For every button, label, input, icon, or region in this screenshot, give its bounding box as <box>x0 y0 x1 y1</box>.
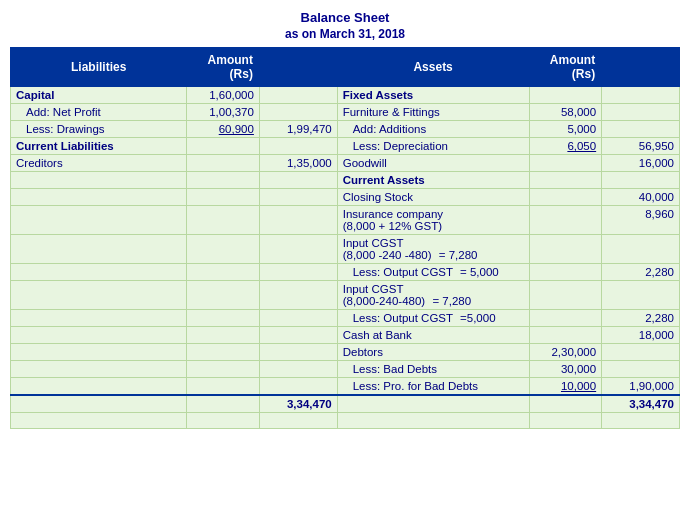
goodwill-label: Goodwill <box>337 155 529 172</box>
table-row: Current Liabilities Less: Depreciation 6… <box>11 138 680 155</box>
goodwill-total: 16,000 <box>602 155 680 172</box>
capital-total: 1,99,470 <box>259 121 337 138</box>
liab-blank-21 <box>11 281 187 310</box>
page-subtitle: as on March 31, 2018 <box>10 27 680 41</box>
liab-empty2 <box>187 413 260 429</box>
output-cgst-text2: Less: Output CGST <box>353 312 453 324</box>
provision-label: Less: Pro. for Bad Debts <box>337 378 529 396</box>
liab-blank-7 <box>187 172 260 189</box>
asset-blank-14 <box>602 281 680 310</box>
header-assets: Assets <box>337 48 529 87</box>
grand-total-row: 3,34,470 3,34,470 <box>11 395 680 413</box>
asset-blank-total <box>337 395 529 413</box>
asset-blank-1 <box>529 87 602 104</box>
liab-blank-31 <box>187 344 260 361</box>
liab-blank-total2 <box>187 395 260 413</box>
liab-blank-29 <box>259 327 337 344</box>
depreciation-value: 6,050 <box>529 138 602 155</box>
asset-blank-9 <box>529 206 602 235</box>
liab-blank-2 <box>259 104 337 121</box>
liab-blank-15 <box>11 235 187 264</box>
header-amount-asset: Amount(Rs) <box>529 48 602 87</box>
debtors-label: Debtors <box>337 344 529 361</box>
liab-blank-36 <box>11 378 187 396</box>
asset-blank-6 <box>529 172 602 189</box>
liab-blank-22 <box>187 281 260 310</box>
table-row: Add: Net Profit 1,00,370 Furniture & Fit… <box>11 104 680 121</box>
liab-blank-10 <box>187 189 260 206</box>
output-cgst-label2: Less: Output CGST =5,000 <box>337 310 529 327</box>
table-row: Capital 1,60,000 Fixed Assets <box>11 87 680 104</box>
capital-label: Capital <box>11 87 187 104</box>
liab-blank-6 <box>11 172 187 189</box>
liab-empty <box>11 413 187 429</box>
asset-blank-10 <box>529 235 602 264</box>
input-cgst-text2: Input CGST <box>343 283 404 295</box>
table-row: Less: Bad Debts 30,000 <box>11 361 680 378</box>
table-row: Less: Pro. for Bad Debts 10,000 1,90,000 <box>11 378 680 396</box>
input-cgst-text1: Input CGST <box>343 237 404 249</box>
insurance-sub-text: (8,000 + 12% GST) <box>343 220 442 232</box>
liab-blank-38 <box>259 378 337 396</box>
drawings-value: 60,900 <box>187 121 260 138</box>
liab-blank-18 <box>11 264 187 281</box>
liab-blank-5 <box>187 155 260 172</box>
asset-blank-2 <box>602 87 680 104</box>
closing-stock-total: 40,000 <box>602 189 680 206</box>
liab-blank-23 <box>259 281 337 310</box>
liab-blank-27 <box>11 327 187 344</box>
liab-blank-17 <box>259 235 337 264</box>
insurance-label: Insurance company (8,000 + 12% GST) <box>337 206 529 235</box>
creditors-label: Creditors <box>11 155 187 172</box>
furniture-label: Furniture & Fittings <box>337 104 529 121</box>
input-cgst-label1: Input CGST (8,000 -240 -480) = 7,280 <box>337 235 529 264</box>
liab-blank-8 <box>259 172 337 189</box>
liab-blank-9 <box>11 189 187 206</box>
header-liabilities: Liabilities <box>11 48 187 87</box>
liab-blank-4 <box>259 138 337 155</box>
header-amount-liab: Amount(Rs) <box>187 48 260 87</box>
asset-blank-5 <box>529 155 602 172</box>
empty-row <box>11 413 680 429</box>
furniture-value: 58,000 <box>529 104 602 121</box>
liab-blank-24 <box>11 310 187 327</box>
liab-grand-total: 3,34,470 <box>259 395 337 413</box>
asset-blank-3 <box>602 104 680 121</box>
table-row: Creditors 1,35,000 Goodwill 16,000 <box>11 155 680 172</box>
table-row: Input CGST (8,000 -240 -480) = 7,280 <box>11 235 680 264</box>
drawings-label: Less: Drawings <box>11 121 187 138</box>
liab-blank-33 <box>11 361 187 378</box>
fixed-assets-label: Fixed Assets <box>337 87 529 104</box>
cash-label: Cash at Bank <box>337 327 529 344</box>
asset-blank-8 <box>529 189 602 206</box>
input-cgst-eq1: = 7,280 <box>439 249 478 261</box>
liab-empty3 <box>259 413 337 429</box>
closing-stock-label: Closing Stock <box>337 189 529 206</box>
output-cgst-eq1: = 5,000 <box>460 266 499 278</box>
page-title: Balance Sheet <box>10 10 680 25</box>
liab-blank-32 <box>259 344 337 361</box>
table-row: Less: Output CGST = 5,000 2,280 <box>11 264 680 281</box>
depreciation-label: Less: Depreciation <box>337 138 529 155</box>
liab-blank-26 <box>259 310 337 327</box>
bad-debts-label: Less: Bad Debts <box>337 361 529 378</box>
input-cgst-eq2: = 7,280 <box>432 295 471 307</box>
liab-blank-20 <box>259 264 337 281</box>
asset-grand-total: 3,34,470 <box>602 395 680 413</box>
creditors-total: 1,35,000 <box>259 155 337 172</box>
table-row: Current Assets <box>11 172 680 189</box>
asset-blank-total2 <box>529 395 602 413</box>
asset-blank-7 <box>602 172 680 189</box>
liab-blank-3 <box>187 138 260 155</box>
liab-blank-total <box>11 395 187 413</box>
additions-label: Add: Additions <box>337 121 529 138</box>
input-cgst-total2: 2,280 <box>602 310 680 327</box>
asset-blank-4 <box>602 121 680 138</box>
insurance-label-text: Insurance company <box>343 208 443 220</box>
asset-blank-15 <box>529 310 602 327</box>
liab-blank-37 <box>187 378 260 396</box>
furniture-total: 56,950 <box>602 138 680 155</box>
liab-blank-19 <box>187 264 260 281</box>
insurance-total: 8,960 <box>602 206 680 235</box>
table-row: Input CGST (8,000-240-480) = 7,280 <box>11 281 680 310</box>
